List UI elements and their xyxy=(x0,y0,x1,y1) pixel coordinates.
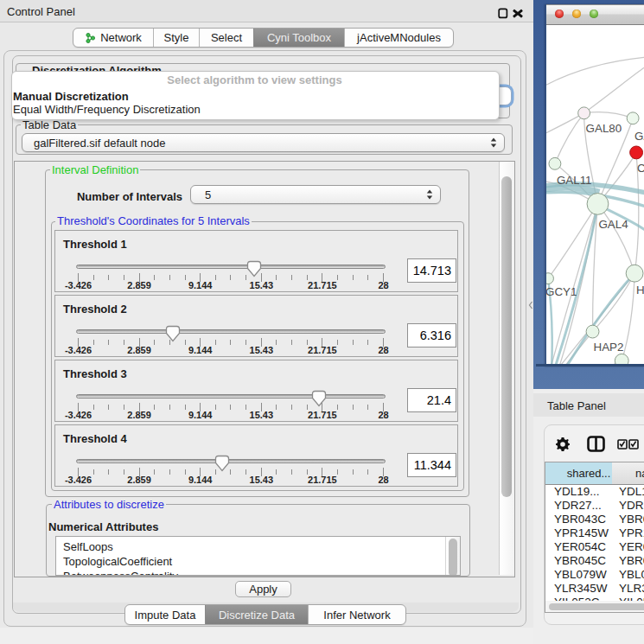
svg-text:GAL11: GAL11 xyxy=(557,174,592,187)
svg-text:GAL80: GAL80 xyxy=(586,122,622,135)
svg-text:HAP2: HAP2 xyxy=(594,341,624,354)
svg-text:GCY1: GCY1 xyxy=(546,285,577,298)
svg-text:H: H xyxy=(636,284,644,296)
svg-text:GAL4: GAL4 xyxy=(598,218,628,231)
svg-text:GA: GA xyxy=(634,130,644,143)
svg-text:C: C xyxy=(637,162,644,175)
